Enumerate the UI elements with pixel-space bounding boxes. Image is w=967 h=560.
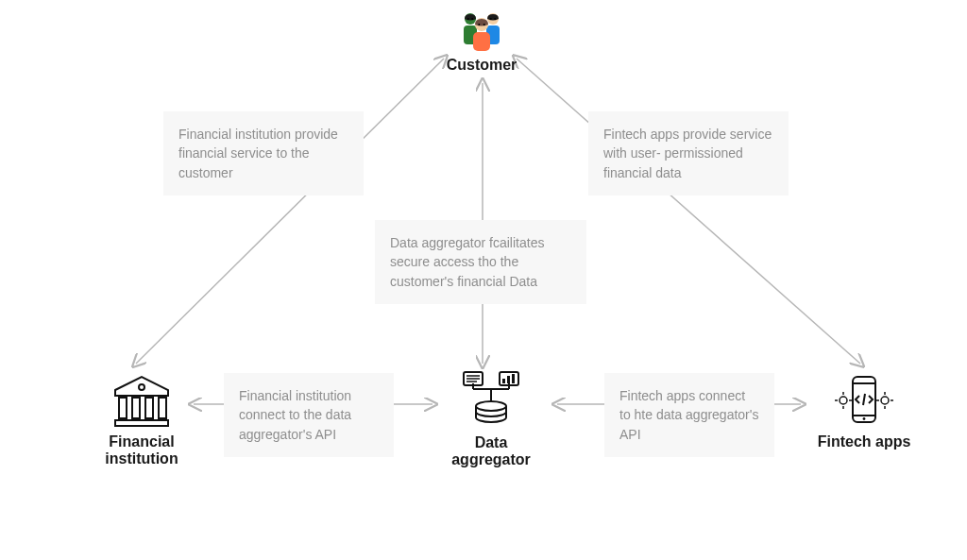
node-customer: Customer [434,8,529,74]
svg-rect-20 [145,398,153,418]
customer-people-icon [455,8,508,51]
svg-rect-35 [507,376,510,383]
fintech-apps-label: Fintech apps [807,433,921,450]
node-financial-institution: Financial institution [85,373,198,467]
relation-box-fintech-to-aggregator: Fintech apps connect to hte data aggrega… [604,373,774,457]
svg-rect-18 [119,398,127,418]
svg-point-17 [139,384,144,390]
relation-box-fintech-to-customer: Fintech apps provide service with user- … [588,111,789,195]
data-aggregator-label: Data aggregator [430,434,552,468]
svg-line-1 [517,59,860,364]
data-aggregator-icon [458,370,524,429]
customer-label: Customer [434,57,529,74]
svg-rect-34 [502,379,505,383]
svg-rect-16 [473,32,490,51]
svg-point-42 [881,397,889,404]
svg-point-7 [471,18,473,20]
relation-box-financial-to-aggregator: Financial institution connect to the dat… [224,373,394,457]
diagram-stage: Financial institution provide financial … [0,0,967,560]
svg-rect-21 [159,398,166,418]
svg-point-50 [863,417,866,420]
svg-point-23 [476,401,506,411]
financial-institution-label: Financial institution [85,433,198,467]
svg-point-11 [494,18,496,20]
svg-point-15 [484,24,485,25]
svg-point-14 [478,24,480,25]
svg-line-0 [136,59,444,364]
node-fintech-apps: Fintech apps [807,373,921,450]
svg-rect-19 [132,398,140,418]
relation-box-financial-to-customer: Financial institution provide financial … [163,111,364,195]
svg-point-10 [490,18,492,20]
fintech-app-icon [834,373,894,428]
svg-rect-22 [115,420,168,426]
svg-point-6 [467,18,469,20]
svg-rect-36 [512,374,515,383]
svg-point-37 [840,397,847,404]
bank-building-icon [111,373,172,428]
node-data-aggregator: Data aggregator [430,370,552,468]
relation-box-aggregator-to-customer: Data aggregator fcailitates secure acces… [375,220,586,304]
